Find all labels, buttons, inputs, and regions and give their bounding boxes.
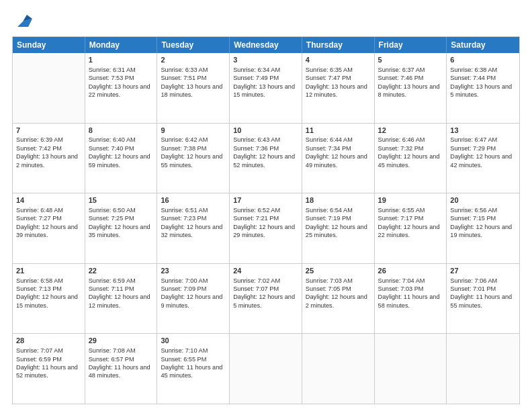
sunrise-text: Sunrise: 7:04 AM	[378, 277, 443, 285]
calendar-cell: 5Sunrise: 6:37 AMSunset: 7:46 PMDaylight…	[375, 53, 447, 123]
daylight-text: Daylight: 12 hours and 32 minutes.	[161, 223, 226, 240]
calendar-cell: 26Sunrise: 7:04 AMSunset: 7:03 PMDayligh…	[375, 264, 447, 334]
sunset-text: Sunset: 7:03 PM	[378, 285, 443, 293]
sunset-text: Sunset: 7:47 PM	[306, 74, 371, 82]
calendar-body: 1Sunrise: 6:31 AMSunset: 7:53 PMDaylight…	[13, 53, 519, 404]
calendar-cell: 29Sunrise: 7:08 AMSunset: 6:57 PMDayligh…	[85, 334, 158, 404]
sunrise-text: Sunrise: 7:03 AM	[306, 277, 371, 285]
calendar: SundayMondayTuesdayWednesdayThursdayFrid…	[12, 36, 520, 404]
sunset-text: Sunset: 7:34 PM	[306, 144, 371, 152]
daylight-text: Daylight: 12 hours and 12 minutes.	[89, 293, 154, 310]
calendar-cell: 14Sunrise: 6:48 AMSunset: 7:27 PMDayligh…	[13, 193, 85, 263]
day-number: 21	[16, 266, 81, 276]
day-number: 23	[161, 266, 226, 276]
calendar-cell	[447, 334, 519, 404]
calendar-cell: 3Sunrise: 6:34 AMSunset: 7:49 PMDaylight…	[230, 53, 302, 123]
sunset-text: Sunset: 7:36 PM	[233, 144, 298, 152]
sunset-text: Sunset: 7:42 PM	[16, 144, 81, 152]
day-number: 11	[306, 126, 371, 136]
sunset-text: Sunset: 7:44 PM	[450, 74, 516, 82]
sunset-text: Sunset: 7:15 PM	[450, 214, 516, 222]
sunrise-text: Sunrise: 7:08 AM	[89, 347, 154, 355]
day-number: 16	[161, 195, 226, 205]
sunset-text: Sunset: 7:19 PM	[306, 214, 371, 222]
sunrise-text: Sunrise: 6:56 AM	[450, 206, 516, 214]
day-number: 14	[16, 195, 81, 205]
sunset-text: Sunset: 7:49 PM	[233, 74, 298, 82]
day-number: 8	[89, 126, 154, 136]
calendar-cell: 2Sunrise: 6:33 AMSunset: 7:51 PMDaylight…	[157, 53, 230, 123]
daylight-text: Daylight: 13 hours and 22 minutes.	[89, 83, 154, 99]
calendar-cell	[13, 53, 85, 123]
sunrise-text: Sunrise: 6:39 AM	[16, 136, 81, 144]
sunset-text: Sunset: 7:25 PM	[89, 214, 154, 222]
day-number: 17	[233, 195, 298, 205]
day-number: 2	[161, 55, 226, 65]
calendar-cell: 11Sunrise: 6:44 AMSunset: 7:34 PMDayligh…	[302, 124, 375, 193]
sunset-text: Sunset: 7:27 PM	[16, 214, 81, 222]
calendar-cell: 13Sunrise: 6:47 AMSunset: 7:29 PMDayligh…	[447, 124, 519, 193]
sunset-text: Sunset: 7:13 PM	[16, 285, 81, 293]
page: SundayMondayTuesdayWednesdayThursdayFrid…	[0, 0, 532, 411]
day-number: 20	[450, 195, 516, 205]
calendar-cell: 8Sunrise: 6:40 AMSunset: 7:40 PMDaylight…	[85, 124, 158, 193]
sunset-text: Sunset: 7:32 PM	[378, 144, 443, 152]
sunset-text: Sunset: 7:23 PM	[161, 214, 226, 222]
calendar-row: 7Sunrise: 6:39 AMSunset: 7:42 PMDaylight…	[13, 124, 519, 194]
sunrise-text: Sunrise: 7:00 AM	[161, 277, 226, 285]
daylight-text: Daylight: 12 hours and 59 minutes.	[89, 152, 154, 169]
sunset-text: Sunset: 6:59 PM	[16, 355, 81, 363]
sunrise-text: Sunrise: 7:10 AM	[161, 347, 226, 355]
daylight-text: Daylight: 12 hours and 35 minutes.	[89, 223, 154, 240]
header	[12, 12, 520, 31]
calendar-cell: 12Sunrise: 6:46 AMSunset: 7:32 PMDayligh…	[375, 124, 447, 193]
sunrise-text: Sunrise: 7:07 AM	[16, 347, 81, 355]
sunrise-text: Sunrise: 6:37 AM	[378, 66, 443, 74]
sunrise-text: Sunrise: 6:48 AM	[16, 206, 81, 214]
daylight-text: Daylight: 12 hours and 39 minutes.	[16, 223, 81, 240]
daylight-text: Daylight: 12 hours and 5 minutes.	[233, 293, 298, 310]
day-number: 10	[233, 126, 298, 136]
day-number: 13	[450, 126, 516, 136]
sunset-text: Sunset: 7:38 PM	[161, 144, 226, 152]
sunset-text: Sunset: 7:09 PM	[161, 285, 226, 293]
sunrise-text: Sunrise: 6:38 AM	[450, 66, 516, 74]
sunrise-text: Sunrise: 6:31 AM	[89, 66, 154, 74]
day-number: 12	[378, 126, 443, 136]
daylight-text: Daylight: 12 hours and 42 minutes.	[450, 152, 516, 169]
sunrise-text: Sunrise: 6:34 AM	[233, 66, 298, 74]
sunrise-text: Sunrise: 6:58 AM	[16, 277, 81, 285]
calendar-cell: 9Sunrise: 6:42 AMSunset: 7:38 PMDaylight…	[157, 124, 230, 193]
sunrise-text: Sunrise: 6:40 AM	[89, 136, 154, 144]
sunrise-text: Sunrise: 6:52 AM	[233, 206, 298, 214]
daylight-text: Daylight: 13 hours and 15 minutes.	[233, 83, 298, 99]
sunrise-text: Sunrise: 6:42 AM	[161, 136, 226, 144]
day-number: 19	[378, 195, 443, 205]
calendar-cell: 20Sunrise: 6:56 AMSunset: 7:15 PMDayligh…	[447, 193, 519, 263]
calendar-cell: 23Sunrise: 7:00 AMSunset: 7:09 PMDayligh…	[157, 264, 230, 334]
sunset-text: Sunset: 7:29 PM	[450, 144, 516, 152]
calendar-cell: 10Sunrise: 6:43 AMSunset: 7:36 PMDayligh…	[230, 124, 302, 193]
sunset-text: Sunset: 7:07 PM	[233, 285, 298, 293]
sunset-text: Sunset: 6:57 PM	[89, 355, 154, 363]
calendar-cell: 27Sunrise: 7:06 AMSunset: 7:01 PMDayligh…	[447, 264, 519, 334]
day-number: 27	[450, 266, 516, 276]
calendar-cell: 7Sunrise: 6:39 AMSunset: 7:42 PMDaylight…	[13, 124, 85, 193]
calendar-cell	[302, 334, 375, 404]
daylight-text: Daylight: 12 hours and 52 minutes.	[233, 152, 298, 169]
sunset-text: Sunset: 7:53 PM	[89, 74, 154, 82]
sunrise-text: Sunrise: 6:59 AM	[89, 277, 154, 285]
calendar-cell: 22Sunrise: 6:59 AMSunset: 7:11 PMDayligh…	[85, 264, 158, 334]
calendar-cell: 28Sunrise: 7:07 AMSunset: 6:59 PMDayligh…	[13, 334, 85, 404]
calendar-cell: 30Sunrise: 7:10 AMSunset: 6:55 PMDayligh…	[157, 334, 230, 404]
sunrise-text: Sunrise: 6:46 AM	[378, 136, 443, 144]
sunset-text: Sunset: 7:11 PM	[89, 285, 154, 293]
calendar-cell	[230, 334, 302, 404]
sunrise-text: Sunrise: 6:55 AM	[378, 206, 443, 214]
daylight-text: Daylight: 11 hours and 55 minutes.	[450, 293, 516, 310]
sunset-text: Sunset: 7:51 PM	[161, 74, 226, 82]
day-number: 9	[161, 126, 226, 136]
daylight-text: Daylight: 12 hours and 19 minutes.	[450, 223, 516, 240]
daylight-text: Daylight: 12 hours and 2 minutes.	[306, 293, 371, 310]
daylight-text: Daylight: 12 hours and 15 minutes.	[16, 293, 81, 310]
